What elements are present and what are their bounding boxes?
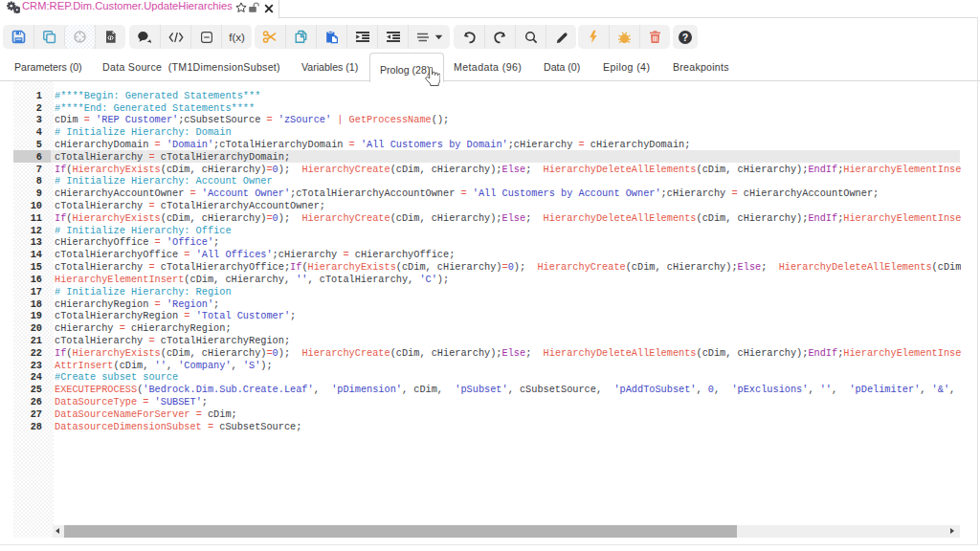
- svg-text:?: ?: [682, 31, 688, 42]
